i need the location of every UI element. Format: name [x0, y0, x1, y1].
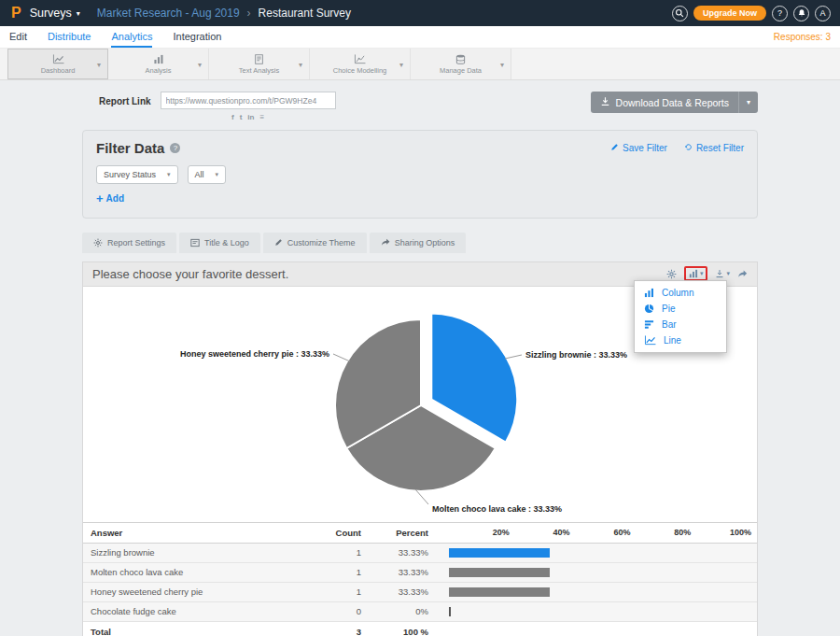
percent-scale: 20%40%60%80%100% [449, 528, 751, 537]
download-data-button[interactable]: Download Data & Reports [591, 92, 738, 113]
avatar[interactable]: A [815, 6, 831, 21]
chart-type-option-pie[interactable]: Pie [635, 301, 726, 317]
chart-type-option-label: Column [662, 288, 693, 298]
toolbar-tab-dashboard[interactable]: Dashboard▾ [7, 49, 108, 79]
analytics-toolbar: Dashboard▾Analysis▾Text Analysis▾Choice … [0, 49, 840, 80]
filter-title: Filter Data [96, 140, 164, 156]
scale-label: 40% [510, 528, 570, 537]
database-icon [455, 54, 466, 64]
share-arrow-icon [737, 270, 748, 278]
line-chart-icon [52, 54, 64, 64]
answer-header: Answer [83, 522, 300, 543]
nav-item-edit[interactable]: Edit [9, 26, 27, 48]
facebook-icon[interactable]: f [231, 113, 234, 121]
chevron-down-icon[interactable]: ▾ [299, 60, 302, 68]
tab-customize-theme[interactable]: Customize Theme [263, 233, 367, 253]
toolbar-tab-manage-data[interactable]: Manage Data▾ [411, 49, 511, 79]
toolbar-tab-choice-modelling[interactable]: Choice Modelling▾ [310, 49, 411, 79]
linkedin-icon[interactable]: in [247, 113, 254, 121]
status-value-select[interactable]: All ▾ [188, 165, 227, 184]
chevron-down-icon: ▾ [726, 270, 730, 277]
nav-item-integration[interactable]: Integration [173, 26, 221, 48]
reset-icon [684, 143, 693, 153]
percent-header: Percent [372, 522, 436, 543]
column-chart-icon [644, 288, 654, 298]
chart-type-menu: ColumnPieBarLine [634, 280, 727, 353]
answer-cell: Chocolate fudge cake [83, 601, 300, 621]
chart-type-option-column[interactable]: Column [635, 285, 726, 301]
pie-chart-icon [644, 304, 654, 314]
scale-label: 20% [449, 528, 510, 537]
help-button[interactable]: ? [772, 6, 788, 21]
filter-help-icon[interactable]: ? [170, 143, 180, 153]
questionpro-logo[interactable]: P [11, 5, 21, 21]
report-link-label: Report Link [99, 96, 151, 106]
tab-label: Report Settings [107, 238, 165, 247]
chart-type-option-line[interactable]: Line [635, 332, 726, 348]
add-filter-button[interactable]: + Add [96, 193, 124, 204]
download-icon [600, 96, 610, 108]
result-bar [449, 607, 451, 616]
notifications-button[interactable] [793, 6, 809, 21]
embed-icon[interactable]: ≡ [259, 113, 264, 121]
chart-type-button[interactable]: ▾ [689, 269, 704, 278]
chevron-down-icon: ▾ [747, 98, 750, 106]
total-label: Total [83, 621, 300, 636]
toolbar-tab-label: Dashboard [41, 66, 76, 75]
breadcrumb-parent[interactable]: Market Research - Aug 2019 [97, 7, 240, 20]
twitter-icon[interactable]: t [240, 113, 243, 121]
gear-icon [666, 269, 677, 279]
save-filter-label: Save Filter [623, 143, 667, 153]
chart-type-option-label: Line [664, 335, 681, 346]
count-cell: 1 [300, 582, 372, 601]
answer-cell: Sizzling brownie [83, 543, 300, 562]
search-button[interactable] [672, 6, 688, 21]
tab-report-settings[interactable]: Report Settings [82, 233, 176, 253]
toolbar-tab-analysis[interactable]: Analysis▾ [108, 49, 209, 79]
upgrade-now-button[interactable]: Upgrade Now [693, 6, 766, 21]
survey-status-value: Survey Status [104, 170, 156, 179]
answer-cell: Molten choco lava cake [83, 562, 300, 582]
reset-filter-label: Reset Filter [696, 143, 744, 153]
content-area: Report Link ftin≡ Download Data & Report… [0, 80, 840, 636]
question-panel: Please choose your favorite dessert. ▾ ▾ [82, 261, 758, 636]
chevron-down-icon: ▾ [700, 270, 704, 277]
download-icon [715, 269, 724, 278]
share-arrow-icon [381, 238, 390, 247]
surveys-menu[interactable]: Surveys ▾ [30, 7, 80, 20]
nav-items: EditDistributeAnalyticsIntegration [9, 26, 221, 48]
bar-area [449, 602, 751, 621]
tab-sharing-options[interactable]: Sharing Options [370, 233, 467, 253]
save-filter-link[interactable]: Save Filter [610, 143, 667, 153]
chevron-down-icon[interactable]: ▾ [198, 60, 202, 68]
responses-count[interactable]: Responses: 3 [774, 26, 831, 48]
chart-type-option-bar[interactable]: Bar [635, 317, 726, 332]
chart-share-button[interactable] [737, 270, 748, 278]
total-row: Total 3 100 % [83, 621, 757, 636]
chevron-down-icon[interactable]: ▾ [97, 60, 101, 68]
scale-label: 100% [691, 528, 751, 537]
chart-type-option-label: Bar [662, 319, 677, 330]
tab-label: Title & Logo [204, 238, 249, 247]
table-header-row: Answer Count Percent 20%40%60%80%100% [83, 522, 757, 543]
tab-title-logo[interactable]: Title & Logo [179, 233, 260, 253]
chevron-down-icon[interactable]: ▾ [399, 60, 403, 68]
reset-filter-link[interactable]: Reset Filter [684, 143, 744, 153]
app-window: P Surveys ▾ Market Research - Aug 2019 ›… [0, 0, 840, 636]
chart-download-button[interactable]: ▾ [715, 269, 730, 278]
chart-settings-button[interactable] [666, 269, 677, 279]
nav-item-analytics[interactable]: Analytics [111, 26, 152, 48]
answer-cell: Honey sweetened cherry pie [83, 582, 300, 601]
survey-status-select[interactable]: Survey Status ▾ [96, 165, 178, 184]
report-link-input[interactable] [161, 92, 336, 109]
pencil-icon [274, 238, 283, 247]
chevron-down-icon[interactable]: ▾ [500, 60, 504, 68]
bar-chart-icon [153, 54, 164, 64]
nav-item-distribute[interactable]: Distribute [48, 26, 91, 48]
bar-cell [436, 582, 757, 601]
toolbar-tab-text-analysis[interactable]: Text Analysis▾ [209, 49, 310, 79]
percent-cell: 0% [372, 601, 436, 621]
download-options-caret[interactable]: ▾ [738, 92, 758, 113]
hbar-chart-icon [644, 319, 654, 330]
result-bar [449, 568, 550, 577]
